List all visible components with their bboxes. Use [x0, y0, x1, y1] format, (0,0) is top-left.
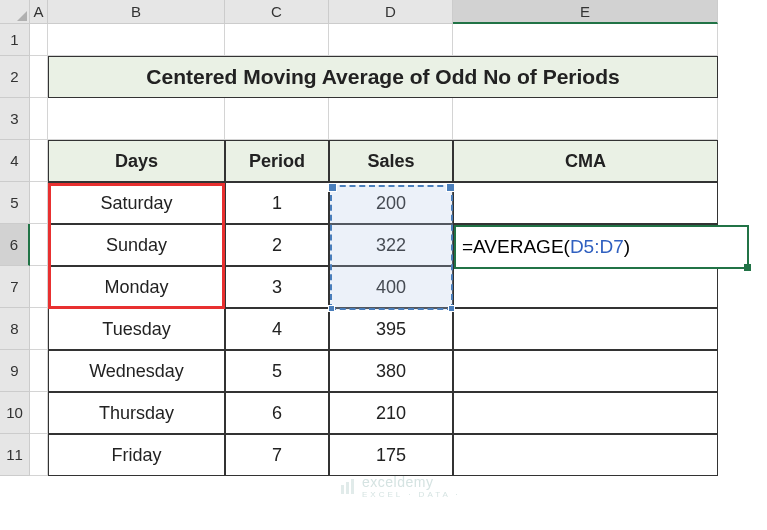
fill-handle[interactable] — [744, 264, 751, 271]
cell-B1[interactable] — [48, 24, 225, 56]
svg-rect-2 — [351, 479, 354, 494]
cell-A10[interactable] — [30, 392, 48, 434]
cell-A2[interactable] — [30, 56, 48, 98]
cell-B5[interactable]: Saturday — [48, 182, 225, 224]
col-header-B[interactable]: B — [48, 0, 225, 24]
cell-E7[interactable] — [453, 266, 718, 308]
cell-C1[interactable] — [225, 24, 329, 56]
cell-E10[interactable] — [453, 392, 718, 434]
cell-D1[interactable] — [329, 24, 453, 56]
cell-D5[interactable]: 200 — [329, 182, 453, 224]
cell-C5[interactable]: 1 — [225, 182, 329, 224]
cell-D11[interactable]: 175 — [329, 434, 453, 476]
cell-D7[interactable]: 400 — [329, 266, 453, 308]
cell-E9[interactable] — [453, 350, 718, 392]
row-header-10[interactable]: 10 — [0, 392, 30, 434]
cell-C6[interactable]: 2 — [225, 224, 329, 266]
cell-D8[interactable]: 395 — [329, 308, 453, 350]
cell-B10[interactable]: Thursday — [48, 392, 225, 434]
cell-C7[interactable]: 3 — [225, 266, 329, 308]
col-header-E[interactable]: E — [453, 0, 718, 24]
header-days[interactable]: Days — [48, 140, 225, 182]
row-header-5[interactable]: 5 — [0, 182, 30, 224]
cell-B11[interactable]: Friday — [48, 434, 225, 476]
row-header-8[interactable]: 8 — [0, 308, 30, 350]
row-header-7[interactable]: 7 — [0, 266, 30, 308]
cell-B9[interactable]: Wednesday — [48, 350, 225, 392]
cell-A4[interactable] — [30, 140, 48, 182]
header-period[interactable]: Period — [225, 140, 329, 182]
cell-A3[interactable] — [30, 98, 48, 140]
spreadsheet-grid: 1 2 3 4 5 6 7 8 9 10 11 A B C D E — [0, 0, 767, 476]
row-header-1[interactable]: 1 — [0, 24, 30, 56]
row-header-6[interactable]: 6 — [0, 224, 30, 266]
row-header-9[interactable]: 9 — [0, 350, 30, 392]
formula-suffix: ) — [624, 236, 630, 258]
cell-C11[interactable]: 7 — [225, 434, 329, 476]
formula-reference: D5:D7 — [570, 236, 624, 258]
cell-B7[interactable]: Monday — [48, 266, 225, 308]
watermark-sub: EXCEL · DATA · — [362, 490, 461, 499]
cell-C8[interactable]: 4 — [225, 308, 329, 350]
header-sales[interactable]: Sales — [329, 140, 453, 182]
cell-D6[interactable]: 322 — [329, 224, 453, 266]
cell-A1[interactable] — [30, 24, 48, 56]
sheet-area[interactable]: Centered Moving Average of Odd No of Per… — [30, 24, 718, 476]
cell-B8[interactable]: Tuesday — [48, 308, 225, 350]
cell-D3[interactable] — [329, 98, 453, 140]
row-header-4[interactable]: 4 — [0, 140, 30, 182]
col-header-C[interactable]: C — [225, 0, 329, 24]
cell-C3[interactable] — [225, 98, 329, 140]
column-headers: A B C D E — [30, 0, 718, 24]
cell-A11[interactable] — [30, 434, 48, 476]
cell-A9[interactable] — [30, 350, 48, 392]
cell-B3[interactable] — [48, 98, 225, 140]
row-headers: 1 2 3 4 5 6 7 8 9 10 11 — [0, 0, 30, 476]
title-merged[interactable]: Centered Moving Average of Odd No of Per… — [48, 56, 718, 98]
cell-A8[interactable] — [30, 308, 48, 350]
cell-E3[interactable] — [453, 98, 718, 140]
watermark-icon — [340, 479, 356, 495]
header-cma[interactable]: CMA — [453, 140, 718, 182]
row-header-11[interactable]: 11 — [0, 434, 30, 476]
cell-E8[interactable] — [453, 308, 718, 350]
cell-E11[interactable] — [453, 434, 718, 476]
svg-rect-0 — [341, 485, 344, 494]
cell-E5[interactable] — [453, 182, 718, 224]
cell-A7[interactable] — [30, 266, 48, 308]
row-header-2[interactable]: 2 — [0, 56, 30, 98]
watermark: exceldemy EXCEL · DATA · — [340, 474, 461, 499]
watermark-text: exceldemy — [362, 474, 433, 490]
active-cell-E6[interactable]: =AVERAGE(D5:D7) — [454, 225, 749, 269]
cell-A6[interactable] — [30, 224, 48, 266]
formula-prefix: =AVERAGE( — [462, 236, 570, 258]
select-all-corner[interactable] — [0, 0, 30, 24]
cell-B6[interactable]: Sunday — [48, 224, 225, 266]
cell-C10[interactable]: 6 — [225, 392, 329, 434]
col-header-D[interactable]: D — [329, 0, 453, 24]
cell-C9[interactable]: 5 — [225, 350, 329, 392]
cell-D10[interactable]: 210 — [329, 392, 453, 434]
col-header-A[interactable]: A — [30, 0, 48, 24]
cell-A5[interactable] — [30, 182, 48, 224]
cell-E1[interactable] — [453, 24, 718, 56]
cell-D9[interactable]: 380 — [329, 350, 453, 392]
svg-rect-1 — [346, 482, 349, 494]
row-header-3[interactable]: 3 — [0, 98, 30, 140]
